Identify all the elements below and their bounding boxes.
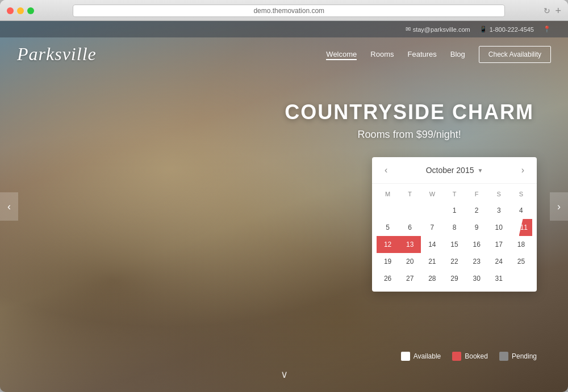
url-bar[interactable]: demo.themovation.com — [73, 5, 505, 17]
nav-blog[interactable]: Blog — [450, 50, 465, 58]
cal-day-21[interactable]: 21 — [421, 253, 443, 270]
cal-day-1[interactable]: 1 — [443, 202, 465, 219]
legend-available: Available — [401, 352, 441, 361]
cal-empty — [399, 202, 421, 219]
site-content: ✉ stay@parksville.com 📱 1-800-222-4545 📍… — [0, 21, 568, 392]
pending-swatch — [499, 352, 508, 361]
weekday-w: W — [421, 188, 443, 200]
cal-day-19[interactable]: 19 — [377, 253, 399, 270]
calendar-weekdays: M T W T F S S — [377, 188, 532, 200]
cal-day-22[interactable]: 22 — [443, 253, 465, 270]
carousel-left-arrow[interactable]: ‹ — [0, 192, 18, 221]
scroll-down-button[interactable]: ∨ — [281, 368, 288, 381]
calendar-month-arrow: ▼ — [477, 167, 483, 174]
cal-empty — [510, 270, 532, 287]
cal-day-29[interactable]: 29 — [443, 270, 465, 287]
phone-text: 1-800-222-4545 — [490, 26, 534, 33]
booked-label: Booked — [465, 352, 488, 360]
calendar-next-button[interactable]: › — [518, 164, 528, 176]
weekday-f: F — [466, 188, 488, 200]
site-logo: Parksville — [17, 44, 97, 65]
cal-day-17[interactable]: 17 — [488, 236, 510, 253]
hero-subtitle: Rooms from $99/night! — [285, 129, 534, 141]
cal-day-14[interactable]: 14 — [421, 236, 443, 253]
calendar-legend: Available Booked Pending — [401, 352, 537, 361]
cal-day-30[interactable]: 30 — [466, 270, 488, 287]
legend-booked: Booked — [452, 352, 488, 361]
cal-day-18[interactable]: 18 — [510, 236, 532, 253]
cal-day-20[interactable]: 20 — [399, 253, 421, 270]
hero-text: COUNTRYSIDE CHARM Rooms from $99/night! — [285, 100, 534, 152]
phone-contact: 📱 1-800-222-4545 — [479, 26, 534, 33]
check-availability-button[interactable]: Check Availability — [479, 46, 551, 63]
new-tab-icon[interactable]: + — [555, 5, 561, 17]
calendar-month-select[interactable]: October 2015 ▼ — [426, 166, 483, 175]
cal-day-27[interactable]: 27 — [399, 270, 421, 287]
cal-day-4[interactable]: 4 — [510, 202, 532, 219]
cal-day-10[interactable]: 10 — [488, 219, 510, 236]
email-icon: ✉ — [406, 26, 411, 33]
available-label: Available — [414, 352, 441, 360]
cal-day-3[interactable]: 3 — [488, 202, 510, 219]
browser-chrome: demo.themovation.com ↻ + — [0, 0, 568, 21]
cal-day-7[interactable]: 7 — [421, 219, 443, 236]
reload-icon[interactable]: ↻ — [544, 6, 550, 15]
cal-empty — [421, 202, 443, 219]
weekday-su: S — [510, 188, 532, 200]
calendar-prev-button[interactable]: ‹ — [381, 164, 391, 176]
maximize-button[interactable] — [27, 7, 34, 14]
carousel-right-arrow[interactable]: › — [550, 192, 568, 221]
cal-day-31[interactable]: 31 — [488, 270, 510, 287]
site-nav: Welcome Rooms Features Blog Check Availa… — [326, 46, 551, 63]
cal-day-5[interactable]: 5 — [377, 219, 399, 236]
weekday-s: S — [488, 188, 510, 200]
available-swatch — [401, 352, 410, 361]
cal-day-2[interactable]: 2 — [466, 202, 488, 219]
traffic-lights — [7, 7, 34, 14]
weekday-th: T — [443, 188, 465, 200]
email-contact: ✉ stay@parksville.com — [406, 26, 470, 33]
close-button[interactable] — [7, 7, 14, 14]
hero-title: COUNTRYSIDE CHARM — [285, 100, 534, 124]
cal-day-13[interactable]: 13 — [399, 236, 421, 253]
top-bar: ✉ stay@parksville.com 📱 1-800-222-4545 📍 — [0, 21, 568, 37]
phone-icon: 📱 — [479, 26, 487, 33]
cal-empty — [377, 202, 399, 219]
cal-day-9[interactable]: 9 — [466, 219, 488, 236]
nav-welcome[interactable]: Welcome — [326, 50, 357, 58]
weekday-m: M — [377, 188, 399, 200]
cal-day-6[interactable]: 6 — [399, 219, 421, 236]
pending-label: Pending — [512, 352, 537, 360]
minimize-button[interactable] — [17, 7, 24, 14]
location-icon[interactable]: 📍 — [543, 26, 551, 33]
cal-day-24[interactable]: 24 — [488, 253, 510, 270]
cal-day-8[interactable]: 8 — [443, 219, 465, 236]
nav-features[interactable]: Features — [407, 50, 436, 58]
cal-day-26[interactable]: 26 — [377, 270, 399, 287]
cal-day-23[interactable]: 23 — [466, 253, 488, 270]
cal-day-25[interactable]: 25 — [510, 253, 532, 270]
cal-day-16[interactable]: 16 — [466, 236, 488, 253]
site-header: Parksville Welcome Rooms Features Blog C… — [0, 37, 568, 71]
calendar-header: ‹ October 2015 ▼ › — [372, 157, 537, 184]
cal-day-12[interactable]: 12 — [377, 236, 399, 253]
calendar-month-label: October 2015 — [426, 166, 474, 175]
booked-swatch — [452, 352, 461, 361]
calendar-grid: M T W T F S S 1 2 3 4 — [372, 184, 537, 292]
cal-day-15[interactable]: 15 — [443, 236, 465, 253]
email-text: stay@parksville.com — [413, 26, 470, 33]
nav-rooms[interactable]: Rooms — [370, 50, 394, 58]
cal-day-11[interactable]: 11 — [510, 219, 532, 236]
browser-window: demo.themovation.com ↻ + ✉ stay@parksvil… — [0, 0, 568, 392]
weekday-t: T — [399, 188, 421, 200]
calendar-widget: ‹ October 2015 ▼ › M T W T F S S — [372, 157, 537, 292]
cal-day-28[interactable]: 28 — [421, 270, 443, 287]
calendar-days: 1 2 3 4 5 6 7 8 9 10 11 12 13 14 15 — [377, 202, 532, 287]
legend-pending: Pending — [499, 352, 537, 361]
